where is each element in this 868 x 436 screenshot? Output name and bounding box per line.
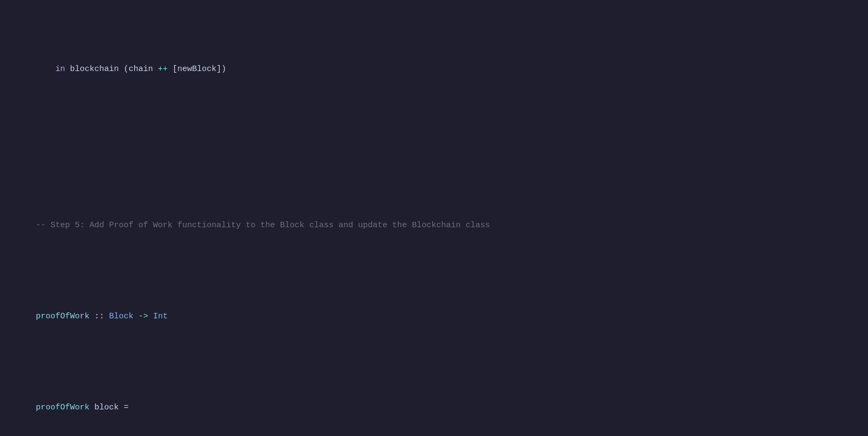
- line-comment-2: -- Step 5: Add Proof of Work functionali…: [16, 206, 852, 245]
- line-empty-1: [16, 141, 852, 154]
- line-def-4: proofOfWork block =: [16, 388, 852, 427]
- line-0: in blockchain (chain ++ [newBlock]): [16, 50, 852, 89]
- keyword-in-0: in: [36, 65, 65, 74]
- code-editor: in blockchain (chain ++ [newBlock]) -- S…: [16, 11, 852, 436]
- line-sig-3: proofOfWork :: Block -> Int: [16, 297, 852, 336]
